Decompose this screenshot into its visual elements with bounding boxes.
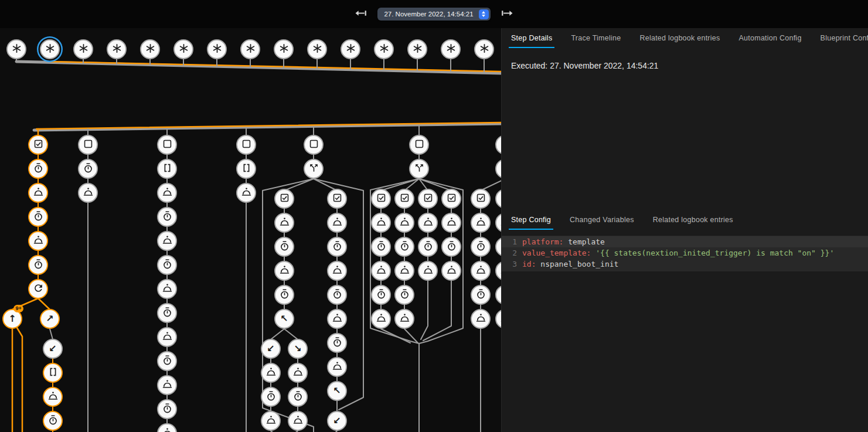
tab-changed-variables[interactable]: Changed Variables bbox=[560, 210, 644, 230]
node-trigger[interactable] bbox=[207, 39, 227, 59]
node-goto[interactable]: ↗ bbox=[40, 309, 60, 329]
tab-related-logbook-entries[interactable]: Related logbook entries bbox=[644, 210, 743, 230]
node-delay[interactable] bbox=[327, 285, 347, 305]
node-parallel[interactable] bbox=[157, 159, 177, 179]
node-delay[interactable] bbox=[157, 207, 177, 227]
node-delay[interactable] bbox=[418, 237, 438, 257]
node-service-call[interactable] bbox=[441, 261, 461, 281]
node-trigger[interactable] bbox=[107, 39, 127, 59]
node-delay[interactable] bbox=[327, 237, 347, 257]
node-delay[interactable] bbox=[327, 333, 347, 353]
node-service-call[interactable] bbox=[43, 387, 63, 407]
tab-trace-timeline[interactable]: Trace Timeline bbox=[561, 28, 630, 48]
node-service-call[interactable] bbox=[288, 411, 308, 431]
tab-related-logbook-entries[interactable]: Related logbook entries bbox=[630, 28, 729, 48]
node-service-call[interactable] bbox=[418, 261, 438, 281]
node-service-call[interactable] bbox=[274, 213, 294, 233]
node-delay[interactable] bbox=[261, 387, 281, 407]
node-condition[interactable] bbox=[78, 135, 98, 155]
node-service-call[interactable] bbox=[471, 261, 491, 281]
node-trigger[interactable] bbox=[407, 39, 427, 59]
node-service-call[interactable] bbox=[327, 261, 347, 281]
run-select[interactable]: 27. November 2022, 14:54:21 bbox=[377, 8, 490, 21]
node-delay[interactable] bbox=[394, 237, 414, 257]
node-delay[interactable] bbox=[441, 237, 461, 257]
tab-step-details[interactable]: Step Details bbox=[502, 28, 561, 48]
node-choose[interactable] bbox=[304, 159, 324, 179]
node-condition[interactable] bbox=[28, 135, 48, 155]
node-delay[interactable] bbox=[28, 255, 48, 275]
node-delay[interactable] bbox=[274, 285, 294, 305]
node-condition[interactable] bbox=[304, 135, 324, 155]
node-service-call[interactable] bbox=[28, 183, 48, 203]
node-service-call[interactable] bbox=[471, 309, 491, 329]
node-delay[interactable] bbox=[78, 159, 98, 179]
node-condition[interactable] bbox=[471, 189, 491, 209]
node-service-call[interactable] bbox=[261, 411, 281, 431]
node-condition[interactable] bbox=[274, 189, 294, 209]
node-service-call[interactable] bbox=[157, 183, 177, 203]
node-condition[interactable] bbox=[409, 135, 429, 155]
node-trigger[interactable] bbox=[441, 39, 461, 59]
previous-run-button[interactable] bbox=[353, 6, 368, 22]
node-delay[interactable] bbox=[288, 387, 308, 407]
node-delay[interactable] bbox=[471, 237, 491, 257]
node-goto[interactable]: ↙ bbox=[261, 339, 281, 359]
node-choose[interactable] bbox=[409, 159, 429, 179]
node-goto[interactable]: ↙ bbox=[327, 411, 347, 431]
node-delay[interactable] bbox=[157, 255, 177, 275]
node-service-call[interactable] bbox=[157, 231, 177, 251]
node-condition[interactable] bbox=[441, 189, 461, 209]
node-trigger[interactable] bbox=[274, 39, 294, 59]
node-delay[interactable] bbox=[371, 237, 391, 257]
node-delay[interactable] bbox=[157, 351, 177, 371]
node-delay[interactable] bbox=[43, 411, 63, 431]
tab-automation-config[interactable]: Automation Config bbox=[730, 28, 811, 48]
node-delay[interactable] bbox=[157, 303, 177, 323]
node-delay[interactable] bbox=[274, 237, 294, 257]
node-trigger[interactable] bbox=[307, 39, 327, 59]
tab-step-config[interactable]: Step Config bbox=[502, 210, 560, 230]
node-condition[interactable] bbox=[418, 189, 438, 209]
node-service-call[interactable] bbox=[371, 213, 391, 233]
tab-blueprint-config[interactable]: Blueprint Config bbox=[811, 28, 868, 48]
node-service-call[interactable] bbox=[394, 261, 414, 281]
node-condition[interactable] bbox=[371, 189, 391, 209]
node-service-call[interactable] bbox=[157, 375, 177, 395]
node-service-call[interactable] bbox=[157, 279, 177, 299]
node-trigger[interactable] bbox=[474, 39, 494, 59]
node-service-call[interactable] bbox=[261, 363, 281, 383]
node-service-call[interactable] bbox=[157, 327, 177, 347]
node-goto[interactable]: ↘ bbox=[288, 339, 308, 359]
node-delay[interactable] bbox=[28, 207, 48, 227]
node-service-call[interactable] bbox=[394, 213, 414, 233]
node-service-call[interactable] bbox=[441, 213, 461, 233]
node-goto[interactable]: ↖ bbox=[274, 309, 294, 329]
node-delay[interactable] bbox=[157, 399, 177, 419]
node-goto[interactable]: ↖ bbox=[327, 381, 347, 401]
node-parallel[interactable] bbox=[43, 363, 63, 383]
node-delay[interactable] bbox=[28, 159, 48, 179]
node-trigger[interactable] bbox=[341, 39, 360, 59]
node-service-call[interactable] bbox=[471, 213, 491, 233]
node-trigger[interactable] bbox=[374, 39, 394, 59]
node-service-call[interactable] bbox=[371, 261, 391, 281]
node-service-call[interactable] bbox=[78, 183, 98, 203]
node-service-call[interactable] bbox=[327, 213, 347, 233]
node-service-call[interactable] bbox=[288, 363, 308, 383]
next-run-button[interactable] bbox=[500, 6, 515, 22]
node-trigger[interactable] bbox=[40, 39, 60, 59]
node-service-call[interactable] bbox=[394, 309, 414, 329]
node-trigger[interactable] bbox=[240, 39, 260, 59]
node-service-call[interactable] bbox=[274, 261, 294, 281]
trace-graph[interactable]: ↑↗↙↖↙↘↖↙9+ bbox=[0, 28, 502, 432]
node-service-call[interactable] bbox=[236, 183, 256, 203]
code-editor[interactable]: 1platform: template2value_template: '{{ … bbox=[502, 236, 868, 271]
node-condition[interactable] bbox=[327, 189, 347, 209]
node-service-call[interactable] bbox=[418, 213, 438, 233]
node-repeat[interactable] bbox=[28, 279, 48, 299]
node-parallel[interactable] bbox=[236, 159, 256, 179]
node-trigger[interactable] bbox=[6, 39, 26, 59]
node-service-call[interactable] bbox=[371, 309, 391, 329]
node-trigger[interactable] bbox=[140, 39, 160, 59]
